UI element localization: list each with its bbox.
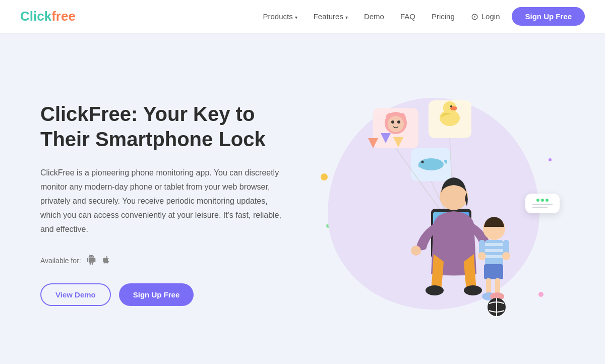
chat-lines xyxy=(532,204,553,208)
chevron-down-icon: ▾ xyxy=(345,15,348,20)
navbar: Clickfree Products▾ Features▾ Demo FAQ P… xyxy=(0,0,605,33)
signup-nav-button[interactable]: Sign Up Free xyxy=(512,7,585,26)
hero-illustration xyxy=(302,78,565,330)
apple-icon xyxy=(101,255,110,267)
nav-link-pricing[interactable]: Pricing xyxy=(432,12,455,21)
hero-description: ClickFree is a pioneering phone monitori… xyxy=(40,166,282,236)
svg-point-13 xyxy=(418,158,444,170)
svg-point-11 xyxy=(450,105,452,107)
nav-links: Products▾ Features▾ Demo FAQ Pricing xyxy=(263,12,454,21)
available-label: Available for: xyxy=(40,257,81,265)
chevron-down-icon: ▾ xyxy=(295,15,297,20)
user-icon: ⊙ xyxy=(471,11,478,22)
chat-line-2 xyxy=(532,207,548,208)
nav-link-features[interactable]: Features▾ xyxy=(314,12,348,21)
view-demo-button[interactable]: View Demo xyxy=(40,283,111,306)
chat-dot-1 xyxy=(536,199,539,202)
login-button[interactable]: ⊙ Login xyxy=(471,11,500,22)
logo-free: free xyxy=(51,9,76,24)
chat-notification xyxy=(525,194,560,213)
svg-rect-32 xyxy=(484,264,503,279)
hero-content: ClickFree: Your Key to Their Smartphone … xyxy=(40,101,302,306)
chat-dot-3 xyxy=(546,199,549,202)
svg-rect-29 xyxy=(485,243,503,246)
hero-buttons: View Demo Sign Up Free xyxy=(40,283,282,306)
svg-point-5 xyxy=(391,120,394,124)
svg-rect-30 xyxy=(485,249,503,252)
chat-dots xyxy=(536,199,549,202)
android-icon xyxy=(86,255,96,267)
hero-title: ClickFree: Your Key to Their Smartphone … xyxy=(40,101,282,152)
svg-point-4 xyxy=(388,116,404,132)
svg-point-23 xyxy=(411,246,421,256)
chat-dot-2 xyxy=(541,199,544,202)
svg-rect-31 xyxy=(485,255,503,258)
svg-point-26 xyxy=(464,285,482,295)
nav-link-products[interactable]: Products▾ xyxy=(263,12,297,21)
svg-point-25 xyxy=(426,285,444,295)
svg-point-14 xyxy=(421,160,424,163)
nav-link-demo[interactable]: Demo xyxy=(364,12,384,21)
logo-click: Click xyxy=(20,9,51,24)
nav-link-faq[interactable]: FAQ xyxy=(400,12,415,21)
svg-point-39 xyxy=(478,252,486,260)
signup-hero-button[interactable]: Sign Up Free xyxy=(119,283,194,306)
logo[interactable]: Clickfree xyxy=(20,9,76,24)
svg-point-40 xyxy=(502,252,510,260)
hero-image xyxy=(308,78,560,330)
svg-point-6 xyxy=(397,120,400,124)
nav-item-demo[interactable]: Demo xyxy=(364,12,384,21)
nav-item-faq[interactable]: FAQ xyxy=(400,12,415,21)
nav-item-features[interactable]: Features▾ xyxy=(314,12,348,21)
available-for: Available for: xyxy=(40,255,282,267)
nav-item-products[interactable]: Products▾ xyxy=(263,12,297,21)
nav-item-pricing[interactable]: Pricing xyxy=(432,12,455,21)
chat-line-1 xyxy=(532,204,553,205)
hero-section: ClickFree: Your Key to Their Smartphone … xyxy=(0,33,605,364)
